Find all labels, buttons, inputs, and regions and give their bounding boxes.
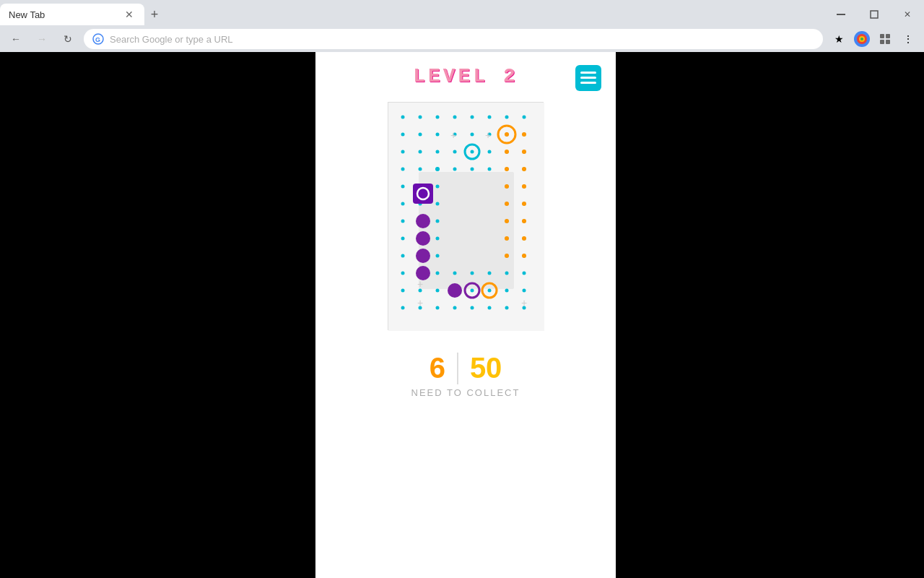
svg-text:+: + [450, 129, 456, 141]
menu-button[interactable]: ⋮ [898, 29, 918, 49]
svg-point-93 [453, 306, 457, 310]
svg-point-56 [436, 202, 440, 206]
svg-point-92 [436, 306, 440, 310]
svg-point-81 [523, 272, 526, 275]
game-area: LEVEL 2 [315, 52, 616, 578]
level-header: LEVEL 2 [315, 59, 616, 93]
svg-rect-13 [580, 77, 596, 79]
svg-rect-8 [880, 34, 884, 38]
google-icon: G [92, 33, 104, 45]
extensions-button[interactable] [875, 29, 895, 49]
browser-tab[interactable]: New Tab ✕ [0, 4, 144, 25]
svg-point-44 [453, 168, 457, 171]
svg-point-74 [401, 272, 405, 275]
url-text: Search Google or type a URL [110, 34, 233, 45]
svg-point-24 [523, 116, 526, 119]
svg-point-121 [435, 167, 440, 171]
svg-point-117 [505, 254, 509, 258]
svg-point-111 [505, 202, 509, 206]
bookmark-button[interactable]: ★ [829, 29, 849, 49]
svg-point-103 [505, 132, 509, 137]
svg-point-109 [505, 184, 509, 189]
svg-point-33 [401, 150, 405, 154]
reload-button[interactable]: ↻ [58, 29, 78, 49]
svg-point-127 [416, 266, 430, 280]
svg-point-45 [471, 168, 474, 171]
svg-point-7 [860, 38, 863, 40]
svg-point-78 [471, 272, 474, 275]
svg-point-95 [488, 306, 492, 310]
target-score: 50 [470, 352, 502, 384]
svg-point-69 [401, 254, 405, 258]
svg-point-90 [401, 306, 405, 310]
svg-text:+: + [521, 297, 527, 309]
svg-point-96 [505, 306, 509, 310]
right-background [616, 52, 924, 578]
svg-point-104 [505, 150, 509, 154]
svg-point-46 [488, 168, 492, 171]
svg-rect-14 [580, 82, 596, 84]
svg-point-42 [419, 168, 422, 171]
score-area: 6 50 [430, 352, 502, 384]
svg-point-18 [419, 116, 422, 119]
svg-point-19 [436, 116, 440, 119]
svg-rect-122 [413, 184, 433, 204]
svg-point-27 [436, 133, 440, 137]
svg-point-115 [505, 236, 509, 241]
need-to-collect-label: NEED TO COLLECT [411, 387, 520, 398]
back-button[interactable]: ← [6, 29, 26, 49]
game-board[interactable]: + + + + + [388, 102, 544, 330]
svg-point-110 [522, 184, 526, 189]
profile-button[interactable] [852, 29, 872, 49]
score-divider [457, 353, 458, 384]
svg-point-125 [416, 231, 430, 246]
svg-point-89 [523, 289, 526, 293]
svg-point-118 [522, 254, 526, 258]
svg-point-61 [436, 220, 440, 223]
forward-button[interactable]: → [32, 29, 52, 49]
svg-point-49 [401, 185, 405, 189]
svg-point-126 [416, 249, 430, 263]
svg-point-22 [488, 116, 492, 119]
svg-point-17 [401, 116, 405, 119]
svg-point-94 [471, 306, 474, 310]
minimize-button[interactable] [824, 1, 858, 27]
svg-text:G: G [95, 36, 100, 43]
browser-actions: ★ ⋮ [829, 29, 918, 49]
svg-text:+: + [417, 297, 423, 309]
svg-point-105 [505, 167, 509, 171]
menu-button[interactable] [575, 65, 601, 91]
svg-point-71 [436, 254, 440, 258]
url-input[interactable]: G Search Google or type a URL [84, 29, 823, 49]
new-tab-button[interactable]: + [144, 4, 165, 25]
level-title: LEVEL 2 [413, 65, 518, 87]
svg-point-112 [522, 202, 526, 206]
svg-rect-1 [871, 11, 878, 18]
svg-point-20 [453, 116, 457, 119]
svg-point-64 [401, 237, 405, 241]
svg-point-88 [505, 289, 509, 293]
svg-point-107 [522, 150, 526, 154]
browser-window: New Tab ✕ + ✕ ← → ↻ G Search Google or t… [0, 0, 924, 52]
maximize-button[interactable] [858, 1, 891, 27]
svg-rect-0 [837, 14, 845, 15]
left-background [0, 52, 315, 578]
svg-point-113 [505, 219, 509, 223]
svg-point-38 [488, 150, 492, 154]
close-button[interactable]: ✕ [891, 1, 924, 27]
game-svg: + + + + + [388, 103, 544, 331]
window-controls: ✕ [824, 1, 924, 27]
svg-point-21 [471, 116, 474, 119]
svg-point-23 [505, 116, 509, 119]
tab-close-button[interactable]: ✕ [123, 8, 136, 21]
svg-point-37 [471, 150, 474, 154]
svg-point-36 [453, 150, 457, 154]
svg-point-66 [436, 237, 440, 241]
svg-point-77 [453, 272, 457, 275]
puzzle-icon [879, 33, 892, 46]
tab-bar: New Tab ✕ + ✕ [0, 0, 924, 26]
tab-title: New Tab [9, 9, 117, 20]
svg-point-84 [436, 289, 440, 293]
page-content: LEVEL 2 [0, 52, 924, 578]
svg-point-26 [419, 133, 422, 137]
